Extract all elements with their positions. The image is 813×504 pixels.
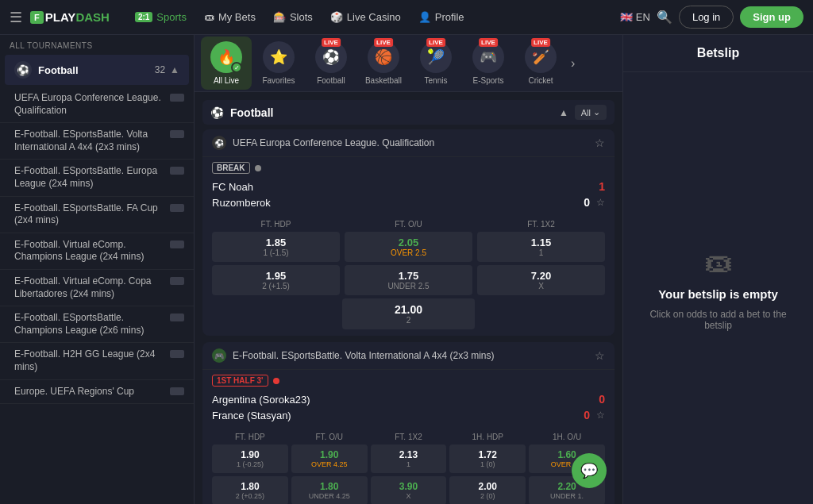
match1-team1-row: FC Noah 1 <box>212 179 605 194</box>
nav-item-profile[interactable]: 👤 Profile <box>410 6 472 28</box>
app-header: ☰ F PLAYDASH 2:1 Sports 🎟 My Bets 🎰 Slot… <box>0 0 813 35</box>
sidebar-item-icon <box>170 314 184 321</box>
collapse-icon[interactable]: ▲ <box>559 107 568 118</box>
match2-odd-1-4[interactable]: 1.72 1 (0) <box>449 444 526 473</box>
match2-odd-1-4-main: 1.72 <box>452 449 523 460</box>
match1-odd-1-2[interactable]: 2.05 OVER 2.5 <box>345 232 472 262</box>
content-area: 🔥 ✓ All Live ⭐ Favorites ⚽ LIVE Football <box>195 35 622 504</box>
sidebar-item-icon <box>170 167 184 175</box>
match2-league-name: E-Football. ESportsBattle. Volta Interna… <box>233 350 595 361</box>
football-tab-label: Football <box>317 76 345 85</box>
sidebar-list-item[interactable]: E-Football. ESportsBattle. Volta Interna… <box>0 123 194 160</box>
match1-odd-2-3[interactable]: 7.20 X <box>477 265 605 295</box>
sidebar-item-icon <box>170 204 184 212</box>
sidebar-list-item[interactable]: E-Football. Virtual eComp. Champions Lea… <box>0 233 194 270</box>
match2-odd-2-2-sub: UNDER 4.25 <box>294 492 365 500</box>
sidebar-item-icon <box>170 94 184 102</box>
sidebar-list-item[interactable]: UEFA Europa Conference League. Qualifica… <box>0 87 194 123</box>
match2-odd-2-4[interactable]: 2.00 2 (0) <box>449 476 526 504</box>
all-live-label: All Live <box>214 76 239 85</box>
tab-esports[interactable]: 🎮 LIVE E-Sports <box>463 37 514 90</box>
tabs-next-icon[interactable]: › <box>571 56 575 71</box>
match2-odd-2-2[interactable]: 1.80 UNDER 4.25 <box>291 476 368 504</box>
main-layout: ALL TOURNAMENTS ⚽ Football 32 ▲ UEFA Eur… <box>0 35 813 504</box>
sports-badge: 2:1 <box>135 12 152 22</box>
match1-odds-row2: 1.95 2 (+1.5) 1.75 UNDER 2.5 7.20 X <box>212 265 605 295</box>
nav-item-slots[interactable]: 🎰 Slots <box>265 6 321 28</box>
esports-live-badge: LIVE <box>479 38 498 47</box>
menu-icon[interactable]: ☰ <box>10 9 22 26</box>
match2-odd-2-1-sub: 2 (+0.25) <box>214 492 286 500</box>
tab-favorites[interactable]: ⭐ Favorites <box>253 37 304 90</box>
sports-label: Sports <box>156 11 187 23</box>
sidebar-list-item[interactable]: E-Football. H2H GG League (2x4 mins) <box>0 343 194 379</box>
login-button[interactable]: Log in <box>679 6 734 29</box>
match2-team2-name: France (Stasyan) <box>212 410 291 421</box>
all-filter-button[interactable]: All ⌄ <box>575 105 607 120</box>
cricket-live-badge: LIVE <box>531 38 550 47</box>
sidebar-list-item[interactable]: Europe. UEFA Regions' Cup <box>0 380 194 405</box>
match2-odd-1-3-sub: 1 <box>373 460 445 468</box>
basketball-tab-label: Basketball <box>365 76 402 85</box>
match2-odd-1-3[interactable]: 2.13 1 <box>371 444 447 473</box>
match2-status-indicator <box>273 378 279 384</box>
match2-odd-2-3[interactable]: 3.90 X <box>371 476 447 504</box>
all-live-icon-wrap: 🔥 ✓ <box>210 41 242 73</box>
match2-odd-1-1[interactable]: 1.90 1 (-0.25) <box>212 444 288 473</box>
sidebar-item-text: Europe. UEFA Regions' Cup <box>14 386 165 398</box>
sidebar-item-icon <box>170 350 184 358</box>
sidebar-list-item[interactable]: E-Football. ESportsBattle. Europa League… <box>0 160 194 196</box>
match1-team2-score-area: 0 ☆ <box>584 196 605 209</box>
search-icon[interactable]: 🔍 <box>657 10 672 25</box>
match1-odd-1-3[interactable]: 1.15 1 <box>477 232 605 262</box>
match2-teams: Argentina (Soroka23) 0 France (Stasyan) … <box>202 388 615 426</box>
sidebar-item-text: E-Football. ESportsBattle. Volta Interna… <box>14 129 165 153</box>
match1-odd-2-2[interactable]: 1.75 UNDER 2.5 <box>345 265 472 295</box>
match1-odd-2-1[interactable]: 1.95 2 (+1.5) <box>212 265 340 295</box>
match1-odd-1-3-sub: 1 <box>480 248 602 257</box>
match1-team2-name: Ruzomberok <box>212 197 271 209</box>
match1-odds-table: FT. HDP FT. O/U FT. 1X2 1.85 1 (-1.5) 2.… <box>202 214 615 336</box>
match2-odd-1-2[interactable]: 1.90 OVER 4.25 <box>291 444 368 473</box>
nav-item-sports[interactable]: 2:1 Sports <box>127 6 195 28</box>
esports-tab-label: E-Sports <box>473 76 504 85</box>
match2-odd-1-3-main: 2.13 <box>373 449 445 460</box>
football-sport-name: Football <box>38 64 155 76</box>
match2-odd-2-1[interactable]: 1.80 2 (+0.25) <box>212 476 288 504</box>
football-sport-icon: ⚽ <box>14 61 32 79</box>
match1-team2-score: 0 <box>584 196 590 209</box>
match1-more-odds-btn[interactable]: 21.00 2 <box>342 298 474 329</box>
match2-fav-icon[interactable]: ☆ <box>595 349 605 362</box>
nav-item-live-casino[interactable]: 🎲 Live Casino <box>322 6 409 28</box>
tab-tennis[interactable]: 🎾 LIVE Tennis <box>410 37 461 90</box>
live-casino-label: Live Casino <box>347 11 401 23</box>
my-bets-label: My Bets <box>218 11 256 23</box>
sidebar-item-text: E-Football. ESportsBattle. FA Cup (2x4 m… <box>14 202 165 227</box>
live-casino-icon: 🎲 <box>330 11 343 23</box>
sidebar-list-item[interactable]: E-Football. ESportsBattle. Champions Lea… <box>0 306 194 343</box>
sidebar-list-item[interactable]: E-Football. Virtual eComp. Copa Libertad… <box>0 270 194 306</box>
match2-fav2-icon[interactable]: ☆ <box>596 410 605 421</box>
match1-odd-1-1[interactable]: 1.85 1 (-1.5) <box>212 232 340 262</box>
betslip-empty-title: Your betslip is empty <box>658 287 778 301</box>
tab-all-live[interactable]: 🔥 ✓ All Live <box>201 37 252 90</box>
match2-status-row: 1ST HALF 3' <box>202 370 615 388</box>
nav-item-my-bets[interactable]: 🎟 My Bets <box>196 6 264 28</box>
football-sport-chevron: ▲ <box>170 64 179 75</box>
signup-button[interactable]: Sign up <box>740 6 803 28</box>
tab-cricket[interactable]: 🏏 LIVE Cricket <box>515 37 566 90</box>
match1-fav-icon[interactable]: ☆ <box>595 137 605 149</box>
match1-status-badge: BREAK <box>212 162 250 174</box>
tab-football[interactable]: ⚽ LIVE Football <box>306 37 356 90</box>
match1-fav2-icon[interactable]: ☆ <box>596 197 605 208</box>
sidebar-category-football[interactable]: ⚽ Football 32 ▲ <box>5 55 189 85</box>
sidebar-list-item[interactable]: E-Football. ESportsBattle. FA Cup (2x4 m… <box>0 197 194 233</box>
betslip-empty-state: 🎟 Your betslip is empty Click on odds to… <box>623 72 813 504</box>
main-nav: 2:1 Sports 🎟 My Bets 🎰 Slots 🎲 Live Casi… <box>127 6 615 28</box>
chat-bubble[interactable]: 💬 <box>572 453 607 488</box>
lang-selector[interactable]: 🇬🇧 EN <box>620 11 650 23</box>
tennis-icon-wrap: 🎾 LIVE <box>420 41 452 73</box>
tennis-live-badge: LIVE <box>426 38 445 47</box>
match2-col3-label: FT. 1X2 <box>371 433 447 441</box>
tab-basketball[interactable]: 🏀 LIVE Basketball <box>358 37 409 90</box>
